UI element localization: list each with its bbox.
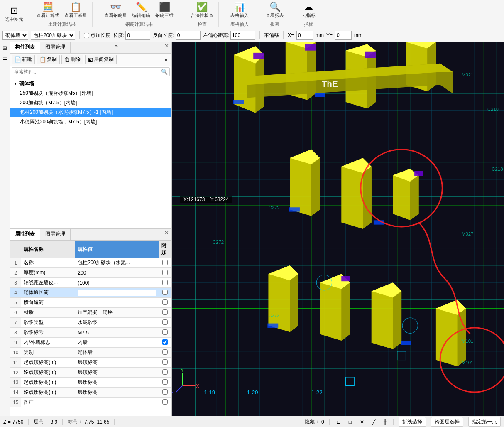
comp-more-btn[interactable]: » [112,42,120,53]
attr-attach-checkbox-7[interactable] [162,319,168,325]
side-icon-grid[interactable]: ⊞ [1,44,9,52]
tab-attr-list[interactable]: 属性列表 [10,229,40,240]
tab-component-list[interactable]: 构件列表 [10,42,40,53]
attr-attach-2[interactable] [159,268,171,278]
view-rebar-btn[interactable]: 👓 查看钢筋量 [103,2,129,20]
offset-input[interactable] [230,31,255,40]
attr-attach-checkbox-4[interactable] [162,290,168,295]
attr-val-5[interactable] [75,298,159,308]
attr-attach-checkbox-3[interactable] [162,280,168,285]
attr-attach-checkbox-10[interactable] [162,349,168,355]
side-icon-list[interactable]: ☰ [1,54,9,62]
attr-attach-9[interactable] [159,338,171,348]
view-report-btn[interactable]: 🔍 查看报表 [264,2,286,20]
new-btn[interactable]: 📄 新建 [12,55,35,64]
attr-attach-checkbox-15[interactable] [162,399,168,405]
floor-copy-btn[interactable]: ⬕ 层间复制 [85,55,117,64]
attr-val-3[interactable]: (100) [75,278,159,288]
attr-attach-8[interactable] [159,328,171,338]
attr-attach-14[interactable] [159,388,171,398]
status-icon-3[interactable]: ✕ [358,419,366,425]
polyline-select-btn[interactable]: 跨图层选择 [431,417,463,427]
attr-val-1[interactable]: 包柱200加砌块（水泥... [75,258,159,268]
attr-close-btn[interactable]: ✕ [162,229,171,240]
svg-rect-83 [267,324,278,328]
edit-rebar-btn[interactable]: ✏️ 编辑钢筋 [130,2,152,20]
attr-attach-5[interactable] [159,298,171,308]
cross-layer-btn[interactable]: 折线选择 [399,417,426,427]
attr-attach-3[interactable] [159,278,171,288]
attr-attach-checkbox-13[interactable] [162,379,168,385]
legality-check-btn[interactable]: ✅ 合法性检查 [189,2,215,20]
attr-val-10[interactable]: 砌体墙 [75,348,159,358]
rebar-3d-btn[interactable]: ⬛ 钢筋三维 [154,2,175,20]
attr-attach-12[interactable] [159,368,171,378]
attr-val-7[interactable]: 水泥砂浆 [75,318,159,328]
status-icon-4[interactable]: ╱ [371,419,377,425]
attr-attach-checkbox-2[interactable] [162,270,168,275]
x-input[interactable] [296,31,313,40]
tree-item-1[interactable]: 250加砌块（混合砂浆M5）[外墙] [10,88,171,98]
y-input[interactable] [335,31,352,40]
tree-item-4[interactable]: 小便隔池200砌块墙，M7.5）[内墙] [10,117,171,127]
delete-btn[interactable]: 🗑 删除 [61,55,83,64]
attr-row-num-5: 5 [10,298,21,308]
table-input-btn[interactable]: 📊 表格输入 [229,2,250,20]
element-type-select[interactable]: 砌体墙 [2,31,28,40]
length-input[interactable] [125,31,150,40]
tree-group-masonry[interactable]: ▼ 砌体墙 [10,79,171,88]
comp-search-input[interactable] [12,68,159,76]
copy-btn[interactable]: 📋 复制 [37,55,60,64]
view-project-btn[interactable]: 📋 查看工程量 [63,2,89,20]
tree-item-2[interactable]: 200加砌块（M7.5）[内墙] [10,98,171,108]
attr-attach-checkbox-5[interactable] [162,299,168,305]
reverse-input[interactable] [176,31,201,40]
attr-attach-checkbox-1[interactable] [162,260,168,265]
expand-arrow: ▼ [13,81,17,86]
attr-attach-15[interactable] [159,398,171,407]
attr-val-15[interactable] [75,398,159,407]
select-element-btn[interactable]: ⊡ 选中图元 [3,5,25,23]
tab-layer-mgmt-comp[interactable]: 图层管理 [40,42,71,53]
tab-layer-mgmt-attr[interactable]: 图层管理 [40,229,71,240]
specify-first-btn[interactable]: 指定第一点 [468,417,501,427]
attr-attach-checkbox-6[interactable] [162,309,168,315]
attr-val-11[interactable]: 层顶标高 [75,358,159,368]
attr-attach-4[interactable] [159,288,171,298]
status-icon-1[interactable]: ⊏ [335,419,342,425]
attr-attach-checkbox-12[interactable] [162,369,168,375]
status-icon-5[interactable]: ╋ [382,419,388,425]
wall-type-select[interactable]: 包柱200加砌块 [31,31,75,40]
tree-item-3[interactable]: 包柱200加砌块（水泥砂浆M7.5）-1 [内墙] [10,108,171,117]
attr-attach-11[interactable] [159,358,171,368]
attr-val-14[interactable]: 层废标高 [75,388,159,398]
attr-val-4[interactable] [75,288,159,298]
svg-text:C272: C272 [268,313,279,318]
comp-close-btn[interactable]: ✕ [162,42,171,53]
attr-val-12[interactable]: 层顶标高 [75,368,159,378]
attr-val-8[interactable]: M7.5 [75,328,159,338]
comp-panel-tabs: 构件列表 图层管理 » ✕ [10,42,171,54]
attr-attach-7[interactable] [159,318,171,328]
attr-val-input-4[interactable] [78,290,156,296]
toolbar-more-btn[interactable]: » [162,56,170,64]
point-add-checkbox[interactable] [84,33,89,38]
rebar-view-icon: 👓 [110,2,121,12]
cloud-indicator-btn[interactable]: ☁ 云指标 [299,2,318,20]
attr-val-9[interactable]: 内墙 [75,338,159,348]
attr-attach-6[interactable] [159,308,171,318]
point-add-label[interactable]: 点加长度 [84,32,110,39]
view-calc-btn[interactable]: 🧮 查看计算式 [35,2,61,20]
report-group-label: 报表 [264,21,286,27]
attr-val-13[interactable]: 层废标高 [75,378,159,388]
attr-val-6[interactable]: 加气混凝土砌块 [75,308,159,318]
attr-attach-10[interactable] [159,348,171,358]
attr-val-2[interactable]: 200 [75,268,159,278]
attr-attach-checkbox-8[interactable] [162,329,168,335]
attr-attach-checkbox-11[interactable] [162,359,168,365]
attr-attach-checkbox-9[interactable] [162,339,168,345]
attr-attach-13[interactable] [159,378,171,388]
attr-attach-1[interactable] [159,258,171,268]
attr-attach-checkbox-14[interactable] [162,389,168,395]
status-icon-2[interactable]: □ [347,419,353,425]
